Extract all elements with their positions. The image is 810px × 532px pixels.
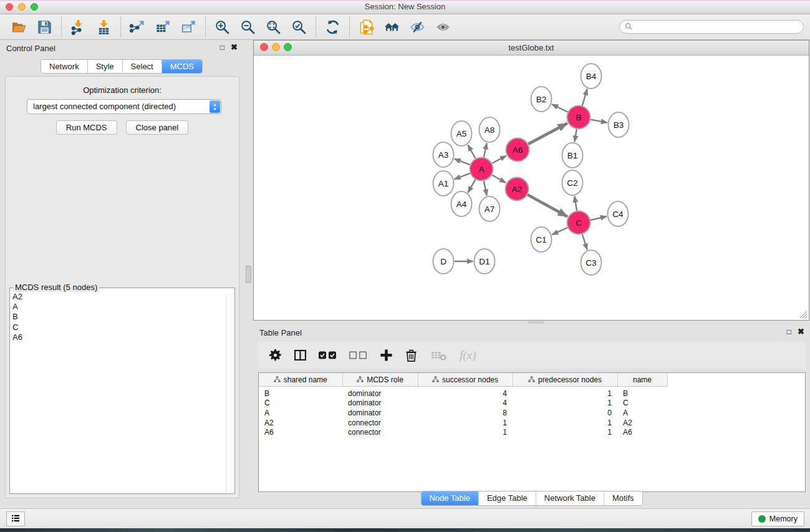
graph-node-A4[interactable]: A4 — [451, 191, 472, 216]
graph-node-C1[interactable]: C1 — [531, 227, 552, 252]
column-header-successor-nodes[interactable]: successor nodes — [418, 373, 513, 387]
close-table-panel-icon[interactable]: ✖ — [798, 327, 804, 336]
mcds-result-item[interactable]: B — [12, 312, 224, 322]
graph-node-C2[interactable]: C2 — [562, 170, 583, 195]
column-header-shared-name[interactable]: shared name — [259, 373, 342, 387]
close-panel-button[interactable]: Close panel — [126, 120, 189, 135]
new-network-document-button[interactable] — [354, 16, 379, 38]
export-image-button[interactable] — [176, 16, 201, 38]
bird-eye-button[interactable] — [430, 16, 456, 38]
show-columns-button[interactable] — [293, 348, 307, 362]
table-row[interactable]: Bdominator41B — [259, 387, 667, 399]
hidden-eye-button[interactable] — [405, 16, 430, 38]
table-row[interactable]: Cdominator41C — [259, 399, 667, 409]
add-column-button[interactable] — [379, 348, 393, 362]
graph-edge-C-C2[interactable] — [574, 196, 577, 211]
deselect-all-button[interactable] — [349, 348, 369, 362]
graph-edge-B-B4[interactable] — [582, 89, 587, 106]
graph-edge-A-A4[interactable] — [468, 180, 475, 193]
graph-edge-B-B3[interactable] — [591, 120, 607, 123]
tab-node-table[interactable]: Node Table — [421, 491, 479, 505]
graph-node-A7[interactable]: A7 — [480, 196, 500, 221]
zoom-out-button[interactable] — [235, 16, 261, 38]
graph-edge-A-A2[interactable] — [492, 175, 506, 183]
graph-edge-A-A3[interactable] — [455, 159, 470, 165]
float-table-panel-icon[interactable]: □ — [787, 327, 791, 336]
mcds-result-item[interactable]: A6 — [12, 332, 224, 342]
graph-edge-A-A1[interactable] — [455, 173, 470, 180]
tab-style[interactable]: Style — [88, 60, 123, 73]
graph-node-A3[interactable]: A3 — [433, 142, 454, 167]
graph-node-B2[interactable]: B2 — [531, 87, 552, 112]
result-scrollbar[interactable] — [226, 294, 234, 493]
tab-motifs[interactable]: Motifs — [604, 491, 642, 505]
column-header-mcds-role[interactable]: MCDS role — [342, 373, 418, 387]
table-row[interactable]: A6connector11A6 — [259, 427, 667, 437]
graph-edge-C-C1[interactable] — [552, 228, 567, 235]
table-row[interactable]: Adominator80A — [259, 408, 667, 418]
tab-network-table[interactable]: Network Table — [536, 491, 604, 505]
refresh-layout-button[interactable] — [320, 16, 345, 38]
resize-grip[interactable] — [799, 311, 808, 319]
column-header-name[interactable]: name — [617, 373, 667, 387]
memory-button[interactable]: Memory — [751, 511, 804, 526]
vertical-splitter[interactable] — [243, 40, 253, 508]
run-mcds-button[interactable]: Run MCDS — [56, 120, 117, 135]
criterion-select[interactable]: largest connected component (directed) ▲… — [27, 99, 221, 114]
close-panel-icon[interactable]: ✖ — [231, 43, 238, 52]
delete-column-button[interactable] — [404, 348, 418, 362]
save-session-button[interactable] — [32, 16, 57, 38]
graph-node-B4[interactable]: B4 — [581, 64, 602, 89]
graph-node-B[interactable]: B — [567, 106, 591, 129]
graph-node-C4[interactable]: C4 — [608, 201, 629, 226]
splitter-handle[interactable] — [246, 266, 251, 283]
tab-edge-table[interactable]: Edge Table — [479, 491, 536, 505]
graph-node-A8[interactable]: A8 — [480, 117, 500, 142]
import-table-button[interactable] — [91, 16, 117, 38]
graph-node-B1[interactable]: B1 — [562, 143, 583, 168]
open-folder-button[interactable] — [6, 16, 32, 38]
tab-mcds[interactable]: MCDS — [162, 60, 202, 73]
graph-edge-A-A6[interactable] — [492, 156, 506, 163]
graph-edge-A-A8[interactable] — [484, 143, 487, 157]
graph-edge-A-A5[interactable] — [468, 145, 475, 158]
zoom-fit-button[interactable] — [261, 16, 286, 38]
home-views-button[interactable] — [379, 16, 405, 38]
table-mode-gear-button[interactable] — [268, 348, 282, 362]
graph-edge-A-A7[interactable] — [484, 181, 487, 196]
mcds-result-item[interactable]: A — [12, 302, 224, 312]
graph-node-C[interactable]: C — [567, 211, 591, 235]
tab-select[interactable]: Select — [123, 60, 162, 73]
tab-network[interactable]: Network — [41, 60, 88, 73]
column-header-predecessor-nodes[interactable]: predecessor nodes — [513, 373, 617, 387]
graph-node-A[interactable]: A — [470, 158, 493, 181]
export-table-button[interactable] — [150, 16, 176, 38]
search-input[interactable] — [619, 20, 804, 34]
graph-node-B3[interactable]: B3 — [609, 112, 629, 137]
graph-edge-B-B1[interactable] — [575, 129, 577, 142]
zoom-in-button[interactable] — [210, 16, 235, 38]
float-panel-icon[interactable]: □ — [220, 43, 224, 52]
panel-list-button[interactable] — [6, 511, 25, 526]
graph-node-D[interactable]: D — [433, 249, 454, 274]
graph-edge-C-C4[interactable] — [591, 216, 607, 220]
graph-node-A1[interactable]: A1 — [433, 171, 454, 196]
graph-edge-B-B2[interactable] — [552, 104, 567, 112]
table-row[interactable]: A2connector11A2 — [259, 418, 667, 428]
graph-node-C3[interactable]: C3 — [581, 250, 602, 275]
mcds-result-item[interactable]: C — [12, 322, 224, 332]
select-all-button[interactable] — [318, 348, 338, 362]
graph-edge-A2-C[interactable] — [528, 195, 567, 216]
graph-node-A6[interactable]: A6 — [506, 138, 529, 162]
export-network-button[interactable] — [125, 16, 150, 38]
network-canvas[interactable]: AA1A2A3A4A5A6A7A8BB1B2B3B4CC1C2C3C4DD1 — [254, 56, 809, 320]
graph-edge-A6-B[interactable] — [528, 123, 567, 144]
mcds-result-item[interactable]: A2 — [12, 292, 224, 302]
graph-edge-C-C3[interactable] — [582, 235, 587, 250]
splitter-handle[interactable] — [528, 321, 544, 324]
graph-node-A2[interactable]: A2 — [506, 178, 529, 201]
graph-node-D1[interactable]: D1 — [475, 249, 495, 274]
import-network-button[interactable] — [65, 16, 91, 38]
zoom-selected-button[interactable] — [286, 16, 312, 38]
graph-node-A5[interactable]: A5 — [451, 121, 472, 146]
